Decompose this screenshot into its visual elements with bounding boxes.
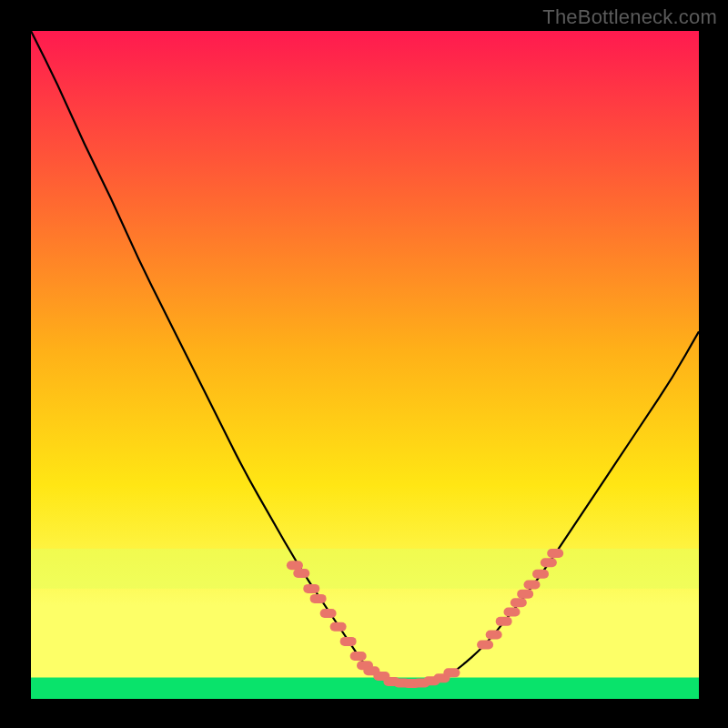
marker-dot: [303, 584, 319, 593]
marker-dot: [340, 637, 357, 646]
marker-dot: [486, 631, 502, 640]
plot-area: [31, 31, 699, 699]
gradient-background: [31, 31, 699, 699]
watermark-text: TheBottleneck.com: [542, 5, 717, 29]
marker-dot: [496, 617, 512, 626]
marker-dot: [503, 608, 520, 617]
chart-stage: TheBottleneck.com: [0, 0, 728, 728]
marker-dot: [310, 594, 327, 603]
highlight-band: [31, 549, 699, 589]
marker-dot: [532, 570, 549, 579]
marker-dot: [517, 590, 533, 599]
marker-dot: [287, 561, 303, 570]
marker-dot: [320, 609, 337, 618]
marker-dot: [293, 569, 309, 578]
marker-dot: [330, 622, 347, 632]
marker-dot: [443, 668, 460, 677]
green-band: [31, 678, 699, 699]
marker-dot: [541, 558, 557, 567]
marker-dot: [547, 549, 563, 558]
marker-dot: [511, 598, 527, 607]
marker-dot: [350, 652, 367, 661]
plot-svg: [31, 31, 699, 699]
marker-dot: [524, 580, 541, 589]
marker-dot: [477, 641, 493, 650]
